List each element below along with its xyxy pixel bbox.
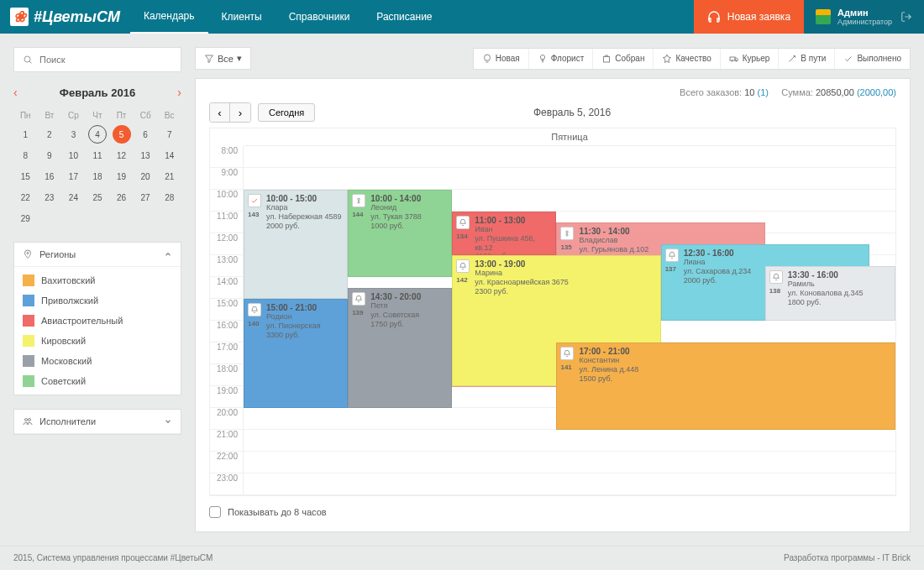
status-filter-3[interactable]: Качество	[653, 49, 719, 69]
hour-label: 11:00	[210, 212, 244, 233]
event-card[interactable]: 13411:00 - 13:00Иванул. Пушкина 456, кв.…	[452, 212, 556, 255]
cal-day[interactable]: 25	[86, 188, 110, 207]
hour-label: 19:00	[210, 386, 244, 407]
event-time: 13:00 - 19:00	[475, 259, 654, 269]
user-name: Админ	[837, 8, 892, 18]
region-label: Кировский	[41, 336, 86, 346]
user-box[interactable]: Админ Администратор	[804, 0, 924, 34]
cal-day[interactable]: 11	[86, 146, 110, 165]
logo[interactable]: ❀ #ЦветыСМ	[0, 0, 130, 34]
regions-panel: Регионы ВахитовскийПриволжскийАвиастроит…	[13, 242, 181, 395]
regions-header[interactable]: Регионы	[14, 243, 181, 267]
performers-header[interactable]: Исполнители	[14, 410, 181, 434]
nav-item-2[interactable]: Справочники	[276, 0, 364, 34]
region-item[interactable]: Приволжский	[14, 290, 181, 311]
cal-day[interactable]: 13	[134, 146, 158, 165]
nav-item-1[interactable]: Клиенты	[208, 0, 276, 34]
hour-label: 10:00	[210, 190, 244, 211]
cal-day[interactable]: 3	[61, 125, 86, 144]
region-item[interactable]: Московский	[14, 351, 181, 371]
next-day-button[interactable]: ›	[230, 103, 250, 122]
cal-dow: Пн	[13, 107, 38, 123]
region-item[interactable]: Вахитовский	[14, 270, 181, 290]
hour-label: 23:00	[210, 473, 244, 494]
schedule-panel: Всего заказов: 10 (1) Сумма: 20850,00 (2…	[195, 78, 911, 532]
brand-text: #ЦветыСМ	[34, 8, 120, 26]
status-filter-2[interactable]: Собран	[592, 49, 653, 69]
cal-day[interactable]: 6	[134, 125, 158, 144]
region-item[interactable]: Авиастроительный	[14, 311, 181, 331]
cal-day[interactable]: 29	[13, 209, 38, 228]
show-before-8-checkbox[interactable]: Показывать до 8 часов	[209, 506, 896, 518]
new-order-button[interactable]: Новая заявка	[694, 0, 804, 34]
cal-day[interactable]: 19	[109, 167, 134, 186]
svg-point-8	[358, 198, 360, 201]
today-button[interactable]: Сегодня	[258, 103, 315, 122]
logout-icon[interactable]	[900, 11, 912, 23]
status-filter-5[interactable]: В пути	[778, 49, 834, 69]
region-item[interactable]: Советский	[14, 371, 181, 391]
cal-day[interactable]: 22	[13, 188, 38, 207]
event-card[interactable]: 13914:30 - 20:00Петяул. Советская1750 ру…	[348, 288, 452, 408]
cal-day[interactable]: 12	[109, 146, 134, 165]
nav-item-0[interactable]: Календарь	[130, 0, 208, 34]
cal-prev-icon[interactable]: ‹	[13, 86, 18, 99]
event-name: Петя	[370, 301, 446, 311]
hour-label: 21:00	[210, 430, 244, 451]
cal-day[interactable]: 15	[13, 167, 38, 186]
status-filter-4[interactable]: Курьер	[720, 49, 779, 69]
event-address: ул. Красноармейская 3675	[475, 278, 654, 287]
cal-day[interactable]: 17	[61, 167, 86, 186]
status-filter-0[interactable]: Новая	[474, 49, 528, 69]
status-filter-6[interactable]: Выполнено	[834, 49, 910, 69]
cal-day[interactable]: 5	[113, 125, 131, 144]
cal-day[interactable]: 21	[157, 167, 181, 186]
status-filter-1[interactable]: Флорист	[528, 49, 593, 69]
cal-day[interactable]: 18	[86, 167, 110, 186]
cal-day[interactable]: 4	[88, 125, 107, 144]
cal-day[interactable]: 20	[134, 167, 158, 186]
status-icon	[729, 54, 739, 64]
cal-day[interactable]: 9	[38, 146, 62, 165]
date-nav: ‹ ›	[209, 102, 251, 123]
cal-day[interactable]: 1	[13, 125, 38, 144]
region-label: Московский	[41, 356, 92, 366]
cal-title: Февраль 2016	[60, 86, 135, 99]
event-status-icon	[560, 347, 574, 360]
topbar: ❀ #ЦветыСМ КалендарьКлиентыСправочникиРа…	[0, 0, 924, 34]
cal-day[interactable]: 24	[61, 188, 86, 207]
search-box[interactable]	[13, 47, 181, 72]
event-status-icon	[352, 194, 365, 207]
event-address: ул. Советская	[370, 311, 446, 320]
search-input[interactable]	[39, 55, 172, 65]
prev-day-button[interactable]: ‹	[210, 103, 230, 122]
cal-day[interactable]: 14	[157, 146, 181, 165]
hour-label: 15:00	[210, 299, 244, 320]
svg-point-2	[25, 419, 28, 421]
status-icon	[787, 54, 797, 64]
cal-day[interactable]: 7	[157, 125, 181, 144]
filter-all-button[interactable]: Все ▾	[195, 47, 251, 70]
event-card[interactable]: 14310:00 - 15:00Клараул. Набережная 4589…	[244, 190, 348, 299]
status-icon	[843, 54, 853, 64]
cal-day[interactable]: 26	[109, 188, 134, 207]
cal-day[interactable]: 16	[38, 167, 62, 186]
cal-day[interactable]: 8	[13, 146, 38, 165]
event-address: ул. Тукая 3788	[370, 212, 446, 222]
event-card[interactable]: 14015:00 - 21:00Родионул. Пионерская3300…	[244, 299, 348, 408]
event-card[interactable]: 13813:30 - 16:00Рамильул. Коновалова д.3…	[765, 266, 895, 321]
cal-day[interactable]: 27	[134, 188, 158, 207]
nav-item-3[interactable]: Расписание	[363, 0, 445, 34]
cal-day[interactable]: 23	[38, 188, 62, 207]
event-status-icon	[665, 248, 679, 262]
event-card[interactable]: 14410:00 - 14:00Леонидул. Тукая 37881000…	[348, 190, 452, 277]
event-card[interactable]: 14117:00 - 21:00Константинул. Ленина д.4…	[556, 343, 895, 430]
hour-label: 14:00	[210, 277, 244, 298]
cal-day[interactable]: 10	[61, 146, 86, 165]
region-item[interactable]: Кировский	[14, 331, 181, 351]
event-price: 1800 руб.	[788, 298, 890, 307]
cal-day[interactable]: 2	[38, 125, 62, 144]
cal-day[interactable]: 28	[157, 188, 181, 207]
event-id: 140	[248, 320, 259, 327]
cal-next-icon[interactable]: ›	[177, 86, 181, 99]
